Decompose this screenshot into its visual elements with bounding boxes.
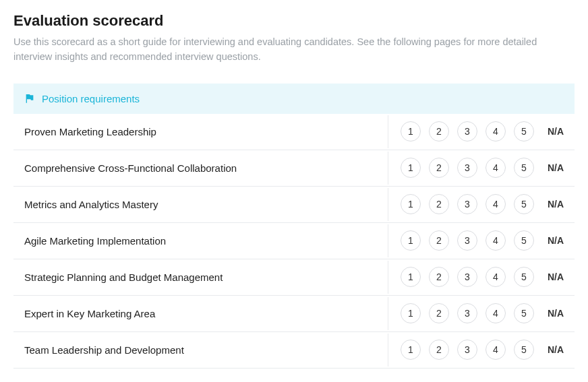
rating-button-5[interactable]: 5: [514, 340, 534, 360]
rating-button-3[interactable]: 3: [457, 194, 477, 214]
rating-button-1[interactable]: 1: [401, 303, 421, 323]
rating-button-2[interactable]: 2: [429, 121, 449, 141]
requirement-label: Strategic Planning and Budget Management: [13, 261, 388, 294]
rating-button-3[interactable]: 3: [457, 230, 477, 251]
rating-cell: 12345N/A: [388, 296, 575, 330]
rating-button-1[interactable]: 1: [401, 267, 421, 287]
rating-button-4[interactable]: 4: [486, 194, 506, 214]
page-subtitle: Use this scorecard as a short guide for …: [13, 35, 539, 65]
rating-button-2[interactable]: 2: [429, 267, 449, 287]
requirements-list: Proven Marketing Leadership12345N/ACompr…: [13, 114, 575, 369]
rating-button-1[interactable]: 1: [401, 230, 421, 251]
rating-button-4[interactable]: 4: [486, 340, 506, 360]
requirement-label: Agile Marketing Implementation: [13, 224, 388, 257]
rating-button-4[interactable]: 4: [486, 121, 506, 141]
requirement-row: Strategic Planning and Budget Management…: [13, 259, 575, 296]
rating-na[interactable]: N/A: [548, 235, 564, 246]
rating-cell: 12345N/A: [388, 333, 575, 367]
rating-button-3[interactable]: 3: [457, 121, 477, 141]
section-header: Position requirements: [13, 84, 575, 114]
requirement-label: Comprehensive Cross-Functional Collabora…: [13, 152, 388, 185]
rating-button-5[interactable]: 5: [514, 230, 534, 251]
rating-button-5[interactable]: 5: [514, 158, 534, 178]
rating-cell: 12345N/A: [388, 115, 575, 148]
rating-button-4[interactable]: 4: [486, 303, 506, 323]
requirement-row: Comprehensive Cross-Functional Collabora…: [13, 150, 575, 187]
rating-button-3[interactable]: 3: [457, 158, 477, 178]
rating-cell: 12345N/A: [388, 187, 575, 221]
rating-button-5[interactable]: 5: [514, 303, 534, 323]
rating-cell: 12345N/A: [388, 260, 575, 294]
rating-button-2[interactable]: 2: [429, 230, 449, 251]
rating-na[interactable]: N/A: [548, 344, 564, 355]
rating-button-1[interactable]: 1: [401, 121, 421, 141]
rating-button-4[interactable]: 4: [486, 230, 506, 251]
rating-button-4[interactable]: 4: [486, 267, 506, 287]
rating-button-2[interactable]: 2: [429, 158, 449, 178]
rating-button-3[interactable]: 3: [457, 340, 477, 360]
rating-cell: 12345N/A: [388, 151, 575, 185]
requirement-row: Team Leadership and Development12345N/A: [13, 332, 575, 369]
requirement-label: Expert in Key Marketing Area: [13, 297, 388, 330]
rating-na[interactable]: N/A: [548, 126, 564, 137]
rating-na[interactable]: N/A: [548, 199, 564, 210]
requirement-row: Expert in Key Marketing Area12345N/A: [13, 296, 575, 332]
rating-na[interactable]: N/A: [548, 162, 564, 173]
rating-button-1[interactable]: 1: [401, 340, 421, 360]
rating-button-5[interactable]: 5: [514, 267, 534, 287]
rating-button-3[interactable]: 3: [457, 267, 477, 287]
rating-button-5[interactable]: 5: [514, 194, 534, 214]
section-header-label: Position requirements: [42, 93, 140, 104]
rating-button-2[interactable]: 2: [429, 194, 449, 214]
rating-button-1[interactable]: 1: [401, 158, 421, 178]
rating-button-5[interactable]: 5: [514, 121, 534, 141]
requirement-row: Metrics and Analytics Mastery12345N/A: [13, 187, 575, 223]
rating-button-1[interactable]: 1: [401, 194, 421, 214]
rating-cell: 12345N/A: [388, 224, 575, 257]
requirement-row: Agile Marketing Implementation12345N/A: [13, 223, 575, 259]
flag-icon: [24, 93, 35, 104]
rating-button-2[interactable]: 2: [429, 303, 449, 323]
rating-button-4[interactable]: 4: [486, 158, 506, 178]
requirement-label: Metrics and Analytics Mastery: [13, 188, 388, 221]
requirement-label: Team Leadership and Development: [13, 333, 388, 367]
requirement-label: Proven Marketing Leadership: [13, 115, 388, 148]
page-title: Evaluation scorecard: [13, 12, 575, 30]
rating-button-2[interactable]: 2: [429, 340, 449, 360]
rating-na[interactable]: N/A: [548, 308, 564, 319]
rating-button-3[interactable]: 3: [457, 303, 477, 323]
requirement-row: Proven Marketing Leadership12345N/A: [13, 114, 575, 150]
rating-na[interactable]: N/A: [548, 272, 564, 282]
